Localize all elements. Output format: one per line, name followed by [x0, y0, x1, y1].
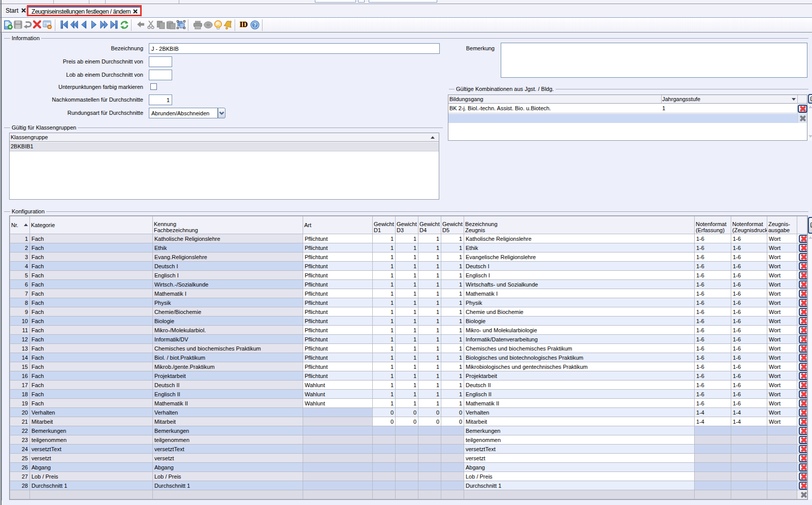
svg-text:?: ?: [253, 22, 256, 28]
